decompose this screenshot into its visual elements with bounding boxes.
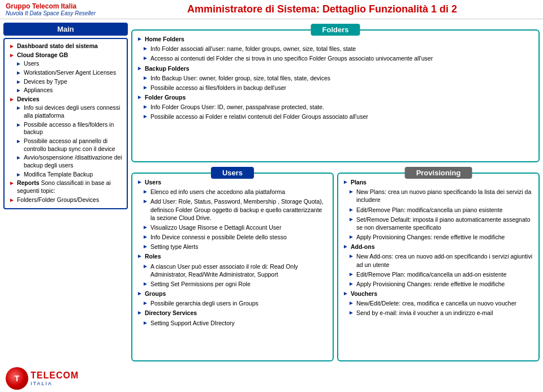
list-item: ► Folder Groups (137, 93, 534, 101)
item-text: New Add-ons: crea un nuovo add-on specif… (356, 252, 534, 268)
arrow-icon: ► (348, 270, 354, 278)
telecom-text: TELECOM ITALIA (31, 371, 79, 386)
arrow-icon: ► (9, 51, 15, 59)
folders-panel-label: Folders (311, 24, 360, 36)
arrow-icon: ► (16, 137, 21, 145)
arrow-icon: ► (16, 78, 21, 85)
arrow-icon: ► (143, 113, 148, 120)
sidebar-item-label: Folders/Folder Groups/Devices (17, 196, 99, 204)
item-text: Info Folder associati all'user: name, fo… (150, 45, 356, 53)
list-item: ► Elenco ed info users che accedono alla… (137, 188, 328, 196)
list-item: ► Add User: Role, Status, Password, Memb… (137, 197, 328, 222)
arrow-icon: ► (137, 178, 143, 186)
arrow-icon: ► (9, 196, 15, 204)
telecom-sub: ITALIA (31, 381, 79, 386)
sidebar-item-label: Users (24, 60, 39, 68)
item-text: Possibile accesso ai files/folders in ba… (150, 84, 286, 92)
arrow-icon: ► (16, 154, 21, 161)
list-item: ► Devices (9, 96, 122, 104)
list-item: ► Set/Remove Default: imposta il piano a… (343, 216, 534, 231)
list-item: ► Setting Set Permissions per ogni Role (137, 280, 328, 288)
logo-block: Gruppo Telecom Italia Nuvola It Data Spa… (6, 2, 96, 16)
list-item: ► Workstation/Server Agent Licenses (9, 69, 122, 77)
list-item: ► New/Edit/Delete: crea, modifica e canc… (343, 299, 534, 307)
list-item: ► Appliances (9, 87, 122, 94)
item-text: Accesso ai contenuti del Folder che si t… (150, 54, 433, 62)
arrow-icon: ► (143, 45, 148, 53)
section-title: Directory Services (145, 309, 197, 317)
sidebar-item-label: Devices (17, 96, 40, 104)
sidebar-item-label: Reports Sono classificati in base ai seg… (17, 179, 122, 195)
list-item: ► A ciascun User può esser associato il … (137, 262, 328, 278)
sidebar-item-label: Avvio/sospensione /disattivazione dei ba… (24, 154, 122, 169)
list-item: ► Send by e-mail: invia il voucher a un … (343, 309, 534, 317)
list-item: ► New Plans: crea un nuovo piano specifi… (343, 188, 534, 204)
arrow-icon: ► (137, 93, 143, 101)
arrow-icon: ► (143, 54, 148, 62)
sidebar: Main ► Dashboard stato del sistema ► Clo… (3, 23, 128, 361)
arrow-icon: ► (9, 96, 15, 103)
list-item: ► Apply Provisioning Changes: rende effe… (343, 280, 534, 288)
item-text: Edit/Remove Plan: modifica/cancella un a… (356, 270, 507, 278)
list-item: ► Users (9, 60, 122, 68)
top-row: Folders ► Home Folders ► Info Folder ass… (131, 23, 540, 162)
item-text: Info Device connessi e possibile Delete … (150, 233, 287, 241)
item-text: New Plans: crea un nuovo piano specifica… (356, 188, 534, 204)
item-text: Add User: Role, Status, Password, Member… (150, 197, 328, 222)
sidebar-item-label: Info sui devices degli users connessi al… (24, 104, 122, 119)
arrow-icon: ► (16, 121, 21, 128)
arrow-icon: ► (143, 243, 148, 251)
list-item: ► Folders/Folder Groups/Devices (9, 196, 122, 204)
item-text: Info Backup User: owner, folder group, s… (150, 74, 330, 82)
list-item: ► Possibile accesso ai Folder e relativi… (137, 113, 534, 120)
list-item: ► Info Folder Groups User: ID, owner, pa… (137, 103, 534, 111)
arrow-icon: ► (143, 319, 148, 327)
users-panel-label: Users (211, 167, 254, 179)
sidebar-item-label: Modifica Template Backup (24, 171, 93, 179)
arrow-icon: ► (143, 280, 148, 288)
main-layout: Main ► Dashboard stato del sistema ► Clo… (0, 19, 543, 365)
telecom-logo: T TELECOM ITALIA (6, 367, 79, 390)
provisioning-panel: Provisioning ► Plans ► New Plans: crea u… (337, 173, 540, 361)
arrow-icon: ► (143, 233, 148, 241)
sidebar-item-label: Cloud Storage GB (17, 51, 68, 59)
item-text: Edit/Remove Plan: modifica/cancella un p… (356, 206, 503, 214)
list-item: ► Avvio/sospensione /disattivazione dei … (9, 154, 122, 169)
page: Gruppo Telecom Italia Nuvola It Data Spa… (0, 0, 543, 392)
section-title: Backup Folders (145, 64, 189, 72)
arrow-icon: ► (348, 252, 354, 260)
arrow-icon: ► (9, 179, 15, 187)
sidebar-item-label: Possibile accesso al pannello di control… (24, 137, 122, 153)
arrow-icon: ► (348, 233, 354, 241)
bottom-row: Users ► Users ► Elenco ed info users che… (131, 166, 540, 361)
item-text: Setting Support Active DIrectory (150, 319, 235, 327)
item-text: Send by e-mail: invia il voucher a un in… (356, 309, 493, 317)
item-text: Apply Provisioning Changes: rende effett… (356, 233, 505, 241)
arrow-icon: ► (143, 74, 148, 82)
arrow-icon: ► (348, 309, 354, 317)
list-item: ► Users (137, 178, 328, 186)
item-text: Setting Set Permissions per ogni Role (150, 280, 251, 288)
sidebar-item-label: Appliances (24, 87, 53, 94)
list-item: ► Groups (137, 290, 328, 298)
provisioning-panel-label: Provisioning (405, 167, 472, 179)
users-panel: Users ► Users ► Elenco ed info users che… (131, 173, 334, 361)
list-item: ► Cloud Storage GB (9, 51, 122, 59)
content-area: Folders ► Home Folders ► Info Folder ass… (131, 23, 540, 361)
list-item: ► Apply Provisioning Changes: rende effe… (343, 233, 534, 241)
section-title: Home Folders (145, 35, 184, 43)
item-text: Possibile gerarchia degli users in Group… (150, 299, 258, 307)
list-item: ► Roles (137, 252, 328, 260)
list-item: ► Visualizzo Usage Risorse e Dettagli Ac… (137, 223, 328, 231)
arrow-icon: ► (343, 178, 348, 186)
list-item: ► Dashboard stato del sistema (9, 42, 122, 50)
item-text: New/Edit/Delete: crea, modifica e cancel… (356, 299, 516, 307)
item-text: Info Folder Groups User: ID, owner, pass… (150, 103, 324, 111)
arrow-icon: ► (143, 84, 148, 92)
section-title: Roles (145, 252, 161, 260)
arrow-icon: ► (137, 309, 143, 317)
sidebar-box: ► Dashboard stato del sistema ► Cloud St… (3, 38, 128, 209)
item-text: A ciascun User può esser associato il ro… (150, 262, 328, 278)
list-item: ► Add-ons (343, 243, 534, 251)
list-item: ► Devices by Type (9, 78, 122, 86)
